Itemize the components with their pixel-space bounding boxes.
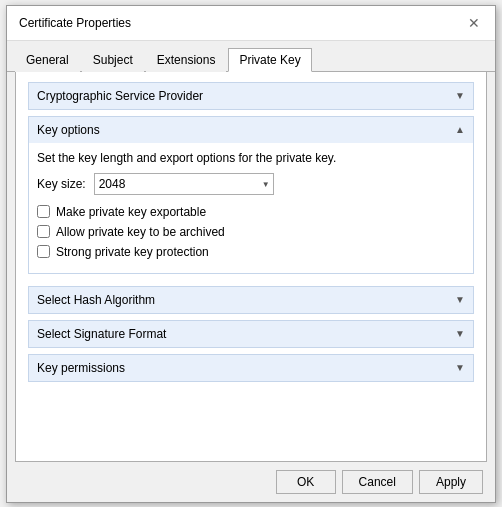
hash-algorithm-chevron-icon: ▼ <box>455 294 465 305</box>
checkbox-protection-row: Strong private key protection <box>37 245 465 259</box>
hash-algorithm-section[interactable]: Select Hash Algorithm ▼ <box>28 286 474 314</box>
content-area: Cryptographic Service Provider ▼ Key opt… <box>15 72 487 462</box>
checkbox-exportable-label: Make private key exportable <box>56 205 206 219</box>
checkbox-archive-row: Allow private key to be archived <box>37 225 465 239</box>
key-options-section: Key options ▲ Set the key length and exp… <box>28 116 474 274</box>
dialog-title: Certificate Properties <box>19 16 131 30</box>
key-permissions-chevron-icon: ▼ <box>455 362 465 373</box>
apply-button[interactable]: Apply <box>419 470 483 494</box>
csp-chevron-icon: ▼ <box>455 90 465 101</box>
tab-subject[interactable]: Subject <box>82 48 144 72</box>
tab-private-key[interactable]: Private Key <box>228 48 311 72</box>
checkbox-exportable[interactable] <box>37 205 50 218</box>
cancel-button[interactable]: Cancel <box>342 470 413 494</box>
checkbox-protection[interactable] <box>37 245 50 258</box>
csp-label: Cryptographic Service Provider <box>37 89 203 103</box>
key-permissions-section[interactable]: Key permissions ▼ <box>28 354 474 382</box>
title-bar: Certificate Properties ✕ <box>7 6 495 41</box>
key-permissions-label: Key permissions <box>37 361 125 375</box>
csp-section[interactable]: Cryptographic Service Provider ▼ <box>28 82 474 110</box>
key-size-label: Key size: <box>37 177 86 191</box>
close-button[interactable]: ✕ <box>465 14 483 32</box>
key-size-select-wrapper: 2048 1024 4096 <box>94 173 274 195</box>
signature-format-chevron-icon: ▼ <box>455 328 465 339</box>
key-options-description: Set the key length and export options fo… <box>37 151 465 165</box>
checkbox-protection-label: Strong private key protection <box>56 245 209 259</box>
dialog-footer: OK Cancel Apply <box>7 462 495 502</box>
tab-bar: General Subject Extensions Private Key <box>7 41 495 72</box>
checkbox-archive-label: Allow private key to be archived <box>56 225 225 239</box>
signature-format-label: Select Signature Format <box>37 327 166 341</box>
hash-algorithm-label: Select Hash Algorithm <box>37 293 155 307</box>
key-options-chevron-icon: ▲ <box>455 124 465 135</box>
key-options-body: Set the key length and export options fo… <box>29 143 473 273</box>
key-options-header[interactable]: Key options ▲ <box>29 117 473 143</box>
tab-general[interactable]: General <box>15 48 80 72</box>
key-options-label: Key options <box>37 123 100 137</box>
signature-format-section[interactable]: Select Signature Format ▼ <box>28 320 474 348</box>
checkbox-exportable-row: Make private key exportable <box>37 205 465 219</box>
dialog: Certificate Properties ✕ General Subject… <box>6 5 496 503</box>
key-size-row: Key size: 2048 1024 4096 <box>37 173 465 195</box>
tab-extensions[interactable]: Extensions <box>146 48 227 72</box>
ok-button[interactable]: OK <box>276 470 336 494</box>
key-size-select[interactable]: 2048 1024 4096 <box>94 173 274 195</box>
checkbox-archive[interactable] <box>37 225 50 238</box>
